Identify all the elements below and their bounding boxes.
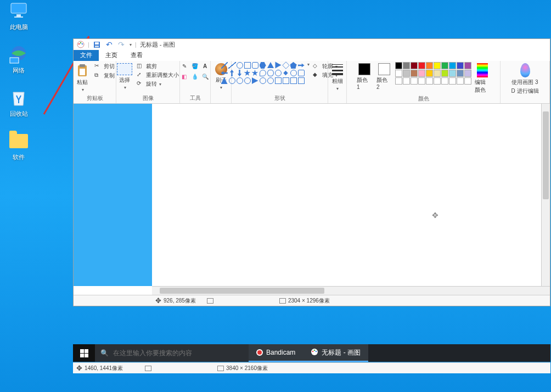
svg-rect-13 [95,46,99,47]
desktop-icon-thispc[interactable]: 此电脑 [4,1,33,31]
palette-swatch[interactable] [441,62,448,69]
palette-swatch[interactable] [464,70,471,77]
stroke-button[interactable]: 粗细▾ [329,62,346,92]
svg-point-20 [316,350,317,352]
horizontal-scrollbar[interactable] [152,286,550,295]
selection-size-icon [207,298,213,304]
group-shapes: ▾ ◇ 轮廓▾ ◆ 填充▾ 形状 [232,61,328,103]
text-tool[interactable]: A [201,62,209,70]
pencil-tool[interactable]: ✎ [181,62,188,70]
palette-swatch[interactable] [418,62,425,69]
eraser-tool[interactable]: ◧ [181,72,188,80]
shapes-more-chevron[interactable]: ▾ [307,62,310,67]
desktop-icon-network[interactable]: 网络 [4,44,33,75]
rotate-button[interactable]: ⟳ 旋转▾ [136,80,180,88]
start-button[interactable] [73,344,95,362]
edit-colors-button[interactable]: 编辑颜色 [474,62,491,95]
taskbar-search[interactable]: 🔍 [95,344,249,362]
crop-button[interactable]: ◫ 裁剪 [136,62,180,71]
palette-swatch[interactable] [457,77,464,85]
svg-point-9 [80,42,82,44]
desktop-icons: 此电脑 网络 回收站 软件 [4,1,33,161]
taskbar-item-label: 无标题 - 画图 [322,348,361,357]
taskbar-item-bandicam[interactable]: Bandicam [249,344,303,362]
select-button[interactable]: 选择▾ [116,62,133,91]
palette-swatch[interactable] [449,62,456,69]
palette-swatch[interactable] [434,62,441,69]
palette-swatch[interactable] [449,70,456,77]
palette-swatch[interactable] [411,62,418,69]
palette-swatch[interactable] [464,77,471,85]
canvas-size-icon [279,298,286,304]
group-stroke: 粗细▾ [328,61,347,103]
qat-customize-chevron[interactable]: ▾ [129,42,132,47]
palette-swatch[interactable] [426,70,433,77]
group-paint3d: 使用画图 3 D 进行编辑 [501,61,550,103]
color1-button[interactable]: 颜色 1 [356,62,373,91]
palette-swatch[interactable] [426,77,433,85]
palette-swatch[interactable] [441,77,448,85]
palette-swatch[interactable] [464,62,471,69]
palette-swatch[interactable] [457,62,464,69]
palette-swatch[interactable] [449,77,456,85]
select-icon [117,63,132,75]
qat-undo-button[interactable]: ↶ [105,40,114,49]
taskbar-item-paint[interactable]: 无标题 - 画图 [303,344,368,362]
canvas[interactable]: ✥ [152,104,541,286]
vertical-scrollbar[interactable] [541,104,550,286]
palette-swatch[interactable] [395,77,402,85]
tab-view[interactable]: 查看 [124,50,149,61]
computer-icon [9,1,29,21]
qat-redo-button[interactable]: ↷ [117,40,126,49]
palette-swatch[interactable] [434,70,441,77]
canvas-size: 2304 × 1296像素 [288,297,330,305]
tab-file[interactable]: 文件 [74,50,99,61]
desktop-icon-software[interactable]: 软件 [4,131,33,161]
palette-swatch[interactable] [418,77,425,85]
palette-swatch[interactable] [441,70,448,77]
paint3d-button[interactable]: 使用画图 3 D 进行编辑 [510,62,541,96]
desktop-icon-recyclebin[interactable]: 回收站 [4,88,33,118]
cut-button[interactable]: ✂ 剪切 [93,62,116,71]
palette-swatch[interactable] [411,77,418,85]
qat-save-button[interactable] [93,40,102,49]
palette-swatch[interactable] [395,62,402,69]
copy-icon: ⧉ [94,72,102,80]
palette-swatch[interactable] [403,70,410,77]
color-palette[interactable] [395,62,471,85]
palette-swatch[interactable] [418,70,425,77]
palette-swatch[interactable] [426,62,433,69]
color2-swatch [378,63,390,75]
fill-tool[interactable]: 🪣 [191,62,199,70]
resize-button[interactable]: ⤢ 重新调整大小 [136,71,180,80]
svg-rect-1 [16,14,21,16]
shapes-gallery[interactable] [221,62,305,84]
group-image: 选择▾ ◫ 裁剪 ⤢ 重新调整大小 ⟳ 旋转▾ [116,61,180,103]
position-icon: ✥ [76,364,82,372]
palette-swatch[interactable] [403,77,410,85]
window-title: 无标题 - 画图 [140,41,176,49]
search-input[interactable] [113,349,243,357]
palette-swatch[interactable] [411,70,418,77]
palette-swatch[interactable] [395,70,402,77]
cursor-position: 926, 285像素 [164,297,196,305]
palette-swatch[interactable] [457,70,464,77]
copy-button[interactable]: ⧉ 复制 [93,71,116,80]
outline-icon: ◇ [313,63,321,70]
group-clipboard: 粘贴▾ ✂ 剪切 ⧉ 复制 剪贴板 [74,61,116,103]
eyedropper-tool[interactable]: 💧 [191,72,199,80]
color2-button[interactable]: 颜色 2 [375,62,393,91]
desktop-icon-label: 网络 [13,66,25,75]
paint3d-icon [520,63,530,77]
desktop-icon-label: 回收站 [10,110,28,118]
ribbon-tabs: 文件 主页 查看 [74,50,550,61]
taskbar-item-label: Bandicam [266,349,295,356]
paste-button[interactable]: 粘贴▾ [74,62,91,93]
palette-swatch[interactable] [403,62,410,69]
group-label: 剪贴板 [87,94,103,103]
palette-swatch[interactable] [434,77,441,85]
outer-canvas-size: 3840 × 2160像素 [226,365,268,372]
tab-home[interactable]: 主页 [99,50,124,61]
group-colors: 颜色 1 颜色 2 编辑颜色 颜色 [347,61,501,103]
magnifier-tool[interactable]: 🔍 [201,72,209,80]
